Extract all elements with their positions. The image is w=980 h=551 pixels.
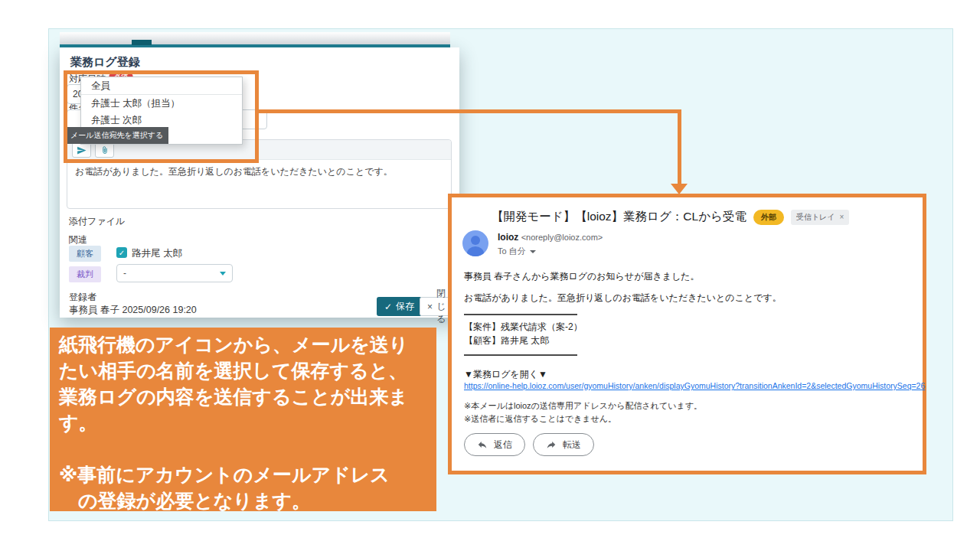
remove-label-icon[interactable]: × — [840, 213, 844, 221]
paper-plane-icon — [77, 145, 87, 155]
email-subject: 【開発モード】【loioz】業務ログ：CLから受電 — [492, 209, 746, 225]
email-case-line: 【案件】残業代請求（案-2） — [464, 321, 583, 334]
email-message: お電話がありました。至急折り返しのお電話をいただきたいとのことです。 — [464, 292, 782, 305]
email-subject-row: 【開発モード】【loioz】業務ログ：CLから受電 外部 受信トレイ × — [492, 209, 849, 225]
background-app-header — [60, 32, 450, 47]
save-button-label: 保存 — [396, 300, 414, 313]
log-message-text[interactable]: お電話がありました。至急折り返しのお電話をいただきたいとのことです。 — [75, 165, 393, 178]
registrant-label: 登録者 — [69, 291, 96, 304]
paperclip-icon — [100, 145, 109, 155]
person-icon — [462, 230, 488, 256]
connector-arrowhead-icon — [671, 184, 688, 194]
dropdown-item-lawyer-taro[interactable]: 弁護士 太郎（担当） — [81, 95, 242, 112]
connector-line-horizontal — [259, 109, 681, 113]
background-app-header-notch — [132, 40, 152, 45]
send-mail-button[interactable] — [72, 142, 91, 158]
reply-arrow-icon — [477, 439, 488, 450]
inbox-label-text: 受信トレイ — [796, 212, 835, 223]
sender-line: loioz <noreply@loioz.com> — [498, 232, 603, 243]
avatar — [462, 230, 488, 256]
business-log-dialog: 業務ログ登録 対応日時 必須 2025/09/26 19:20 重要 固定 件名… — [60, 47, 459, 318]
chevron-down-icon — [220, 272, 226, 276]
attachment-label: 添付ファイル — [69, 215, 125, 228]
email-preview-panel: 【開発モード】【loioz】業務ログ：CLから受電 外部 受信トレイ × loi… — [448, 194, 926, 474]
forward-button-label: 転送 — [563, 439, 581, 452]
email-note-2: ※送信者に返信することはできません。 — [464, 413, 616, 425]
forward-button[interactable]: 転送 — [533, 433, 594, 456]
chevron-down-icon — [530, 250, 536, 253]
court-badge: 裁判 — [69, 266, 101, 282]
registrant-value: 事務員 春子 2025/09/26 19:20 — [69, 304, 197, 317]
dropdown-item-lawyer-jiro[interactable]: 弁護士 次郎 — [81, 112, 242, 129]
check-icon: ✓ — [384, 302, 392, 312]
inbox-label-badge: 受信トレイ × — [791, 210, 850, 225]
callout-text: 紙飛行機のアイコンから、メールを送り たい相手の名前を選択して保存すると、 業務… — [50, 328, 436, 517]
customer-checkbox[interactable]: ✓ — [116, 247, 127, 258]
save-button[interactable]: ✓ 保存 — [377, 297, 422, 316]
open-log-label: ▼業務ログを開く▼ — [464, 368, 547, 381]
recipient-line[interactable]: To 自分 — [498, 246, 536, 257]
email-greeting: 事務員 春子さんから業務ログのお知らせが届きました。 — [464, 270, 700, 283]
external-badge: 外部 — [753, 210, 784, 225]
court-select[interactable]: - — [116, 264, 233, 282]
sender-name: loioz — [498, 232, 518, 243]
divider — [464, 354, 577, 356]
dropdown-item-all[interactable]: 全員 — [81, 77, 242, 94]
dialog-title: 業務ログ登録 — [70, 55, 140, 70]
reply-button-label: 返信 — [494, 439, 512, 452]
attach-file-button[interactable] — [95, 142, 114, 158]
callout-box: 紙飛行機のアイコンから、メールを送り たい相手の名前を選択して保存すると、 業務… — [50, 328, 436, 511]
email-note-1: ※本メールはloiozの送信専用アドレスから配信されています。 — [464, 400, 702, 412]
court-select-value: - — [123, 268, 126, 279]
email-customer-line: 【顧客】路井尾 太郎 — [464, 334, 549, 347]
send-mail-tooltip: メール送信宛先を選択する — [65, 127, 168, 144]
sender-address: <noreply@loioz.com> — [521, 233, 603, 242]
tutorial-page: 業務ログ登録 対応日時 必須 2025/09/26 19:20 重要 固定 件名… — [0, 0, 980, 551]
related-label: 関連 — [69, 233, 87, 246]
log-message-box: お電話がありました。至急折り返しのお電話をいただきたいとのことです。 — [67, 139, 452, 209]
forward-arrow-icon — [546, 439, 557, 450]
to-label: To 自分 — [498, 246, 526, 257]
reply-button[interactable]: 返信 — [464, 433, 525, 456]
business-log-link[interactable]: https://online-help.loioz.com/user/gyomu… — [464, 381, 925, 390]
connector-line-vertical — [678, 109, 681, 184]
divider — [464, 314, 577, 315]
customer-badge: 顧客 — [69, 246, 101, 262]
customer-name: 路井尾 太郎 — [132, 247, 182, 260]
close-icon: × — [427, 302, 433, 312]
